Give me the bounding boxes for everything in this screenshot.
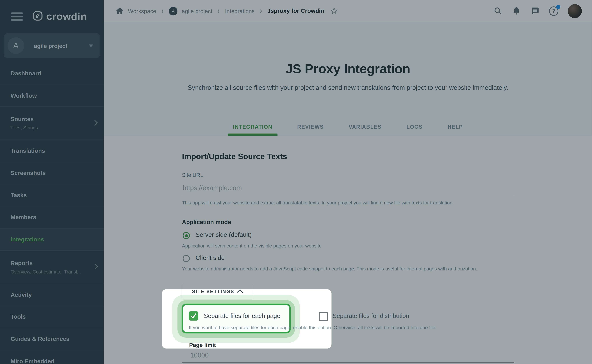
breadcrumb-integrations[interactable]: Integrations	[225, 8, 255, 14]
breadcrumb-project[interactable]: agile project	[182, 8, 212, 14]
chevron-up-icon	[238, 289, 243, 295]
section-title: Import/Update Source Texts	[182, 152, 287, 161]
sidebar-header: crowdin	[0, 0, 104, 33]
radio-client-side-label[interactable]: Client side	[196, 254, 225, 261]
topbar-icons: ?	[493, 4, 582, 18]
site-url-label: Site URL	[182, 172, 203, 178]
sidebar-item-guides[interactable]: Guides & References	[0, 328, 104, 350]
tab-reviews[interactable]: REVIEWS	[292, 124, 329, 136]
sidebar: crowdin A agile project Dashboard Workfl…	[0, 0, 104, 364]
project-selector[interactable]: A agile project	[4, 33, 100, 58]
hamburger-menu-icon[interactable]	[11, 13, 23, 21]
breadcrumb-workspace[interactable]: Workspace	[128, 8, 156, 14]
user-avatar[interactable]	[568, 4, 582, 18]
tab-bar: INTEGRATION REVIEWS VARIABLES LOGS HELP	[104, 124, 592, 136]
sidebar-item-sources-sub: Files, Strings	[11, 125, 98, 131]
site-settings-toggle[interactable]: SITE SETTINGS	[181, 284, 253, 299]
tab-variables[interactable]: VARIABLES	[343, 124, 387, 136]
breadcrumb-separator-icon: ›	[160, 6, 165, 16]
checkbox-separate-files-each-page-label[interactable]: Separate files for each page	[204, 311, 280, 320]
crowdin-logo-text: crowdin	[47, 11, 87, 22]
breadcrumb-bar: Workspace › A agile project › Integratio…	[104, 0, 592, 22]
caret-down-icon	[89, 44, 93, 47]
checkbox-separate-files-distribution[interactable]	[319, 312, 328, 321]
crowdin-logo[interactable]: crowdin	[33, 11, 87, 22]
breadcrumb-project-avatar: A	[169, 7, 178, 15]
project-name: agile project	[34, 42, 89, 49]
project-avatar: A	[7, 37, 24, 54]
site-url-help: This app will crawl your website and ext…	[182, 200, 454, 205]
breadcrumb-separator-icon: ›	[217, 6, 221, 16]
sidebar-item-integrations[interactable]: Integrations	[0, 228, 104, 251]
search-icon[interactable]	[493, 6, 503, 15]
sidebar-item-reports-sub: Overview, Cost estimate, Transl...	[11, 269, 98, 275]
sidebar-item-members[interactable]: Members	[0, 207, 104, 228]
help-icon[interactable]: ?	[549, 6, 558, 16]
notifications-bell-icon[interactable]	[512, 6, 521, 15]
active-tab-underline	[228, 134, 278, 136]
tab-help[interactable]: HELP	[442, 124, 468, 136]
sidebar-item-dashboard[interactable]: Dashboard	[0, 63, 104, 85]
page-subtitle: Synchronize all source files with your p…	[104, 84, 592, 92]
sidebar-item-screenshots[interactable]: Screenshots	[0, 162, 104, 184]
server-side-help: Application will scan content on the vis…	[182, 243, 322, 248]
site-url-input[interactable]	[182, 180, 514, 196]
home-icon[interactable]	[115, 7, 124, 15]
crowdin-logo-icon	[33, 11, 43, 22]
messages-chat-icon[interactable]	[530, 6, 539, 15]
sidebar-nav: Dashboard Workflow Sources Files, String…	[0, 63, 104, 364]
sidebar-item-tools[interactable]: Tools	[0, 306, 104, 328]
checkbox-separate-files-each-page[interactable]	[189, 311, 198, 320]
page-limit-label: Page limit	[189, 342, 216, 348]
main-area: Workspace › A agile project › Integratio…	[104, 0, 592, 364]
tab-integration[interactable]: INTEGRATION	[228, 124, 278, 136]
client-side-help: Your website administrator needs to add …	[182, 266, 477, 272]
tab-logs[interactable]: LOGS	[401, 124, 428, 136]
highlighted-option-card: Separate files for each page If you want…	[181, 304, 291, 333]
application-mode-label: Application mode	[182, 219, 231, 226]
favorite-star-icon[interactable]	[330, 7, 338, 15]
page-limit-input[interactable]	[182, 349, 514, 363]
sidebar-item-reports[interactable]: Reports Overview, Cost estimate, Transl.…	[0, 251, 104, 284]
sidebar-item-sources[interactable]: Sources Files, Strings	[0, 107, 104, 140]
radio-server-side[interactable]	[183, 232, 190, 239]
sidebar-item-miro[interactable]: Miro Embedded	[0, 350, 104, 364]
sidebar-item-workflow[interactable]: Workflow	[0, 85, 104, 107]
radio-client-side[interactable]	[183, 255, 190, 262]
sidebar-item-activity[interactable]: Activity	[0, 284, 104, 306]
radio-server-side-label[interactable]: Server side (default)	[196, 231, 252, 238]
notification-badge	[556, 5, 560, 9]
integration-header: JS Proxy Integration Synchronize all sou…	[104, 22, 592, 136]
sidebar-item-translations[interactable]: Translations	[0, 140, 104, 162]
breadcrumb-current: Jsproxy for Crowdin	[267, 7, 324, 14]
app-window: crowdin A agile project Dashboard Workfl…	[0, 0, 592, 364]
sidebar-item-tasks[interactable]: Tasks	[0, 184, 104, 207]
breadcrumb-separator-icon: ›	[259, 6, 263, 16]
page-title: JS Proxy Integration	[104, 61, 592, 76]
checkbox-separate-files-each-page-help: If you want to have separate files for e…	[189, 325, 437, 330]
checkbox-separate-files-distribution-label[interactable]: Separate files for distribution	[333, 313, 409, 319]
